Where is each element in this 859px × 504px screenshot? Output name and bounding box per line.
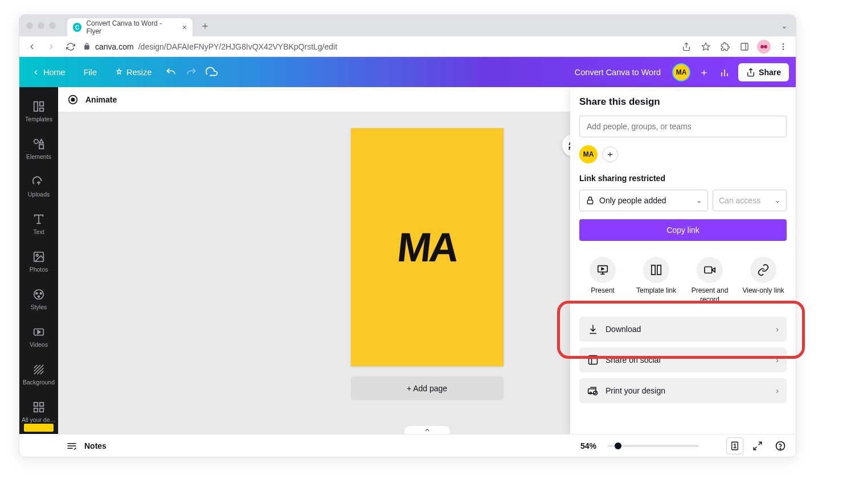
notes-button[interactable]: Notes [84,441,575,450]
svg-rect-48 [705,267,712,273]
lock-icon [83,43,91,50]
share-chrome-icon[interactable] [680,40,693,54]
svg-point-55 [590,392,591,394]
templates-icon [32,100,46,113]
svg-point-14 [34,140,38,144]
sidebar-item-elements[interactable]: Elements [19,130,58,167]
sidebar-item-photos[interactable]: Photos [19,243,58,280]
user-avatar[interactable]: MA [672,63,690,81]
svg-marker-45 [602,268,604,270]
svg-point-7 [783,48,784,50]
svg-point-3 [760,45,764,48]
elements-icon [32,137,46,151]
canvas-text[interactable]: MA [395,224,459,271]
svg-marker-26 [38,330,40,334]
svg-rect-50 [589,356,598,364]
sidebar-item-templates[interactable]: Templates [19,93,58,129]
nav-back-icon[interactable] [25,40,39,54]
zoom-thumb[interactable] [615,442,621,449]
undo-icon[interactable] [164,67,178,78]
browser-tab[interactable]: C Convert Canva to Word - Flyer × [67,18,193,36]
svg-rect-32 [34,403,38,406]
background-icon [32,363,46,376]
sidepanel-icon[interactable] [738,40,751,54]
url-path: /design/DAFAIeFNyPY/2HJG8IvQX42VYBKpQrst… [138,42,337,51]
svg-rect-33 [40,403,43,406]
collaborator-avatar[interactable]: MA [579,145,598,163]
close-dot[interactable] [26,22,33,29]
menu-icon[interactable] [776,40,790,54]
maximize-dot[interactable] [49,22,56,29]
share-button[interactable]: Share [738,63,789,81]
profile-avatar[interactable] [757,40,771,54]
chevron-right-icon: › [776,386,779,395]
minimize-dot[interactable] [38,22,44,29]
link-sharing-label: Link sharing restricted [579,174,787,183]
sidebar-item-text[interactable]: Text [19,206,58,242]
svg-rect-13 [40,108,43,112]
view-only-link-option[interactable]: View-only link [740,257,787,304]
redo-icon[interactable] [185,67,198,78]
photos-icon [32,250,46,264]
design-page[interactable]: MA [351,128,504,366]
svg-point-37 [71,98,75,101]
svg-line-28 [34,365,40,371]
videos-icon [32,325,46,339]
help-icon[interactable] [772,437,789,454]
sidebar-item-background[interactable]: Background [19,356,58,392]
cloud-sync-icon[interactable] [205,66,219,79]
share-people-input[interactable] [579,116,787,137]
svg-rect-11 [34,102,38,112]
sidebar-item-styles[interactable]: Styles [19,281,58,317]
svg-rect-12 [40,102,43,106]
extensions-icon[interactable] [718,40,732,54]
reload-icon[interactable] [64,40,77,54]
sidebar-thumbnail [24,424,54,432]
sidebar-item-videos[interactable]: Videos [19,318,58,355]
svg-rect-41 [587,200,592,204]
share-social-action[interactable]: Share on social › [579,347,787,372]
svg-rect-15 [39,145,43,149]
insights-icon[interactable] [718,67,731,78]
present-option[interactable]: Present [579,257,626,304]
zoom-level[interactable]: 54% [580,441,596,450]
address-bar[interactable]: canva.com/design/DAFAIeFNyPY/2HJG8IvQX42… [83,42,674,51]
notes-icon [65,440,79,452]
all-designs-icon [32,400,46,414]
tabs-dropdown-icon[interactable]: ⌄ [781,21,788,30]
expand-timeline-handle[interactable] [404,426,450,434]
print-design-action[interactable]: Print your design › [579,378,787,403]
template-link-option[interactable]: Template link [633,257,680,304]
animate-button[interactable]: Animate [85,95,117,104]
add-page-button[interactable]: + Add page [351,376,504,400]
url-host: canva.com [95,42,134,51]
new-tab-button[interactable]: ＋ [197,18,213,34]
file-label: File [84,68,97,77]
page-list-button[interactable]: 1 [726,437,743,454]
tab-close-icon[interactable]: × [182,23,187,32]
star-icon[interactable] [699,40,713,54]
svg-point-54 [594,391,598,395]
svg-line-60 [759,442,762,445]
zoom-slider[interactable] [608,445,699,447]
fullscreen-icon[interactable] [749,437,766,454]
home-button[interactable]: Home [26,64,71,80]
access-scope-label: Only people added [599,196,666,205]
present-record-option[interactable]: Present and record [686,257,733,304]
download-label: Download [606,325,641,334]
sidebar-item-uploads[interactable]: Uploads [19,168,58,204]
download-action[interactable]: Download › [579,317,787,342]
svg-point-63 [780,448,780,449]
copy-link-button[interactable]: Copy link [579,219,787,241]
browser-window: C Convert Canva to Word - Flyer × ＋ ⌄ [19,14,796,457]
svg-rect-46 [652,265,655,275]
add-people-button[interactable]: ＋ [602,146,618,162]
resize-button[interactable]: Resize [109,64,157,80]
svg-marker-16 [39,140,43,143]
access-scope-select[interactable]: Only people added ⌄ [579,190,708,211]
document-title[interactable]: Convert Canva to Word [575,68,661,77]
file-button[interactable]: File [78,64,103,80]
share-social-label: Share on social [606,355,661,364]
add-collaborator-icon[interactable]: ＋ [697,65,711,79]
canva-favicon: C [73,23,81,32]
